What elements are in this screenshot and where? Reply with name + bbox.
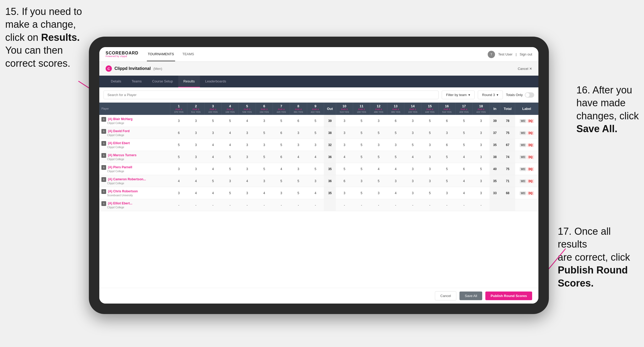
hole-12-score[interactable]: 5 [370, 151, 387, 163]
tab-course-setup[interactable]: Course Setup [147, 76, 178, 87]
hole-12-score[interactable]: 5 [370, 127, 387, 139]
hole-8-score[interactable]: 5 [290, 175, 307, 187]
hole-6-score[interactable]: 5 [256, 127, 273, 139]
hole-3-score[interactable]: 4 [204, 151, 221, 163]
hole-14-score[interactable]: 3 [404, 187, 421, 199]
hole-5-score[interactable]: 3 [239, 139, 256, 151]
hole-2-score[interactable]: 4 [187, 175, 204, 187]
hole-18-score[interactable]: 3 [473, 175, 490, 187]
hole-15-score[interactable]: 3 [421, 175, 438, 187]
hole-2-score[interactable]: - [187, 199, 204, 211]
hole-1-score[interactable]: 4 [170, 175, 187, 187]
totals-only-toggle[interactable]: Totals Only [506, 92, 534, 98]
hole-1-score[interactable]: 5 [170, 151, 187, 163]
hole-12-score[interactable]: 3 [370, 115, 387, 127]
hole-5-score[interactable]: 3 [239, 151, 256, 163]
nav-link-teams[interactable]: TEAMS [181, 47, 195, 61]
hole-11-score[interactable]: 3 [353, 175, 370, 187]
hole-5-score[interactable]: 3 [239, 127, 256, 139]
hole-5-score[interactable]: - [239, 199, 256, 211]
hole-13-score[interactable]: 4 [387, 163, 404, 175]
hole-3-score[interactable]: 4 [204, 187, 221, 199]
hole-14-score[interactable]: 3 [404, 115, 421, 127]
hole-14-score[interactable]: - [404, 199, 421, 211]
hole-13-score[interactable]: 6 [387, 115, 404, 127]
hole-16-score[interactable]: 6 [438, 115, 455, 127]
hole-7-score[interactable]: 5 [273, 175, 290, 187]
hole-11-score[interactable]: 5 [353, 127, 370, 139]
hole-16-score[interactable]: 6 [438, 139, 455, 151]
hole-14-score[interactable]: 5 [404, 139, 421, 151]
hole-1-score[interactable]: - [170, 199, 187, 211]
hole-6-score[interactable]: 3 [256, 139, 273, 151]
hole-13-score[interactable]: 5 [387, 151, 404, 163]
hole-7-score[interactable]: 6 [273, 127, 290, 139]
hole-3-score[interactable]: 5 [204, 175, 221, 187]
tab-leaderboards[interactable]: Leaderboards [200, 76, 231, 87]
hole-8-score[interactable]: 5 [290, 187, 307, 199]
hole-14-score[interactable]: 3 [404, 163, 421, 175]
hole-4-score[interactable]: 4 [221, 139, 238, 151]
hole-1-score[interactable]: 3 [170, 163, 187, 175]
tab-details[interactable]: Details [106, 76, 126, 87]
hole-13-score[interactable]: 3 [387, 139, 404, 151]
sign-out-link[interactable]: Sign out [520, 52, 532, 56]
hole-10-score[interactable]: 5 [336, 163, 353, 175]
wd-label[interactable]: WD [520, 179, 527, 183]
hole-1-score[interactable]: 6 [170, 127, 187, 139]
hole-9-score[interactable]: 5 [307, 127, 324, 139]
hole-15-score[interactable]: 5 [421, 187, 438, 199]
tab-results[interactable]: Results [178, 76, 200, 87]
hole-8-score[interactable]: 3 [290, 127, 307, 139]
hole-5-score[interactable]: 3 [239, 187, 256, 199]
hole-3-score[interactable]: - [204, 199, 221, 211]
wd-label[interactable]: WD [520, 155, 527, 159]
hole-14-score[interactable]: 3 [404, 127, 421, 139]
hole-8-score[interactable]: 6 [290, 115, 307, 127]
dq-label[interactable]: DQ [527, 131, 534, 135]
hole-9-score[interactable]: 5 [307, 115, 324, 127]
hole-11-score[interactable]: 5 [353, 139, 370, 151]
filter-by-team-button[interactable]: Filter by team ▾ [442, 91, 475, 99]
hole-13-score[interactable]: - [387, 199, 404, 211]
hole-15-score[interactable]: 5 [421, 127, 438, 139]
hole-17-score[interactable]: - [455, 199, 472, 211]
hole-6-score[interactable]: 3 [256, 175, 273, 187]
hole-17-score[interactable]: 6 [455, 163, 472, 175]
hole-18-score[interactable]: 3 [473, 151, 490, 163]
hole-3-score[interactable]: 4 [204, 139, 221, 151]
hole-12-score[interactable]: 5 [370, 175, 387, 187]
hole-15-score[interactable]: - [421, 199, 438, 211]
hole-16-score[interactable]: - [438, 199, 455, 211]
hole-3-score[interactable]: 5 [204, 115, 221, 127]
hole-14-score[interactable]: 3 [404, 175, 421, 187]
hole-7-score[interactable]: 6 [273, 151, 290, 163]
hole-12-score[interactable]: 3 [370, 187, 387, 199]
hole-10-score[interactable]: 3 [336, 115, 353, 127]
hole-2-score[interactable]: 3 [187, 115, 204, 127]
hole-13-score[interactable]: 5 [387, 127, 404, 139]
dq-label[interactable]: DQ [527, 143, 534, 147]
hole-10-score[interactable]: 3 [336, 187, 353, 199]
hole-8-score[interactable]: 3 [290, 163, 307, 175]
hole-9-score[interactable]: 4 [307, 187, 324, 199]
hole-16-score[interactable]: 5 [438, 175, 455, 187]
hole-10-score[interactable]: 3 [336, 127, 353, 139]
hole-18-score[interactable]: 3 [473, 187, 490, 199]
hole-2-score[interactable]: 3 [187, 151, 204, 163]
hole-9-score[interactable]: 4 [307, 151, 324, 163]
tab-teams[interactable]: Teams [126, 76, 147, 87]
hole-1-score[interactable]: 3 [170, 115, 187, 127]
hole-2-score[interactable]: 4 [187, 187, 204, 199]
hole-9-score[interactable]: 5 [307, 163, 324, 175]
hole-13-score[interactable]: 3 [387, 175, 404, 187]
hole-6-score[interactable]: - [256, 199, 273, 211]
hole-4-score[interactable]: 5 [221, 115, 238, 127]
hole-1-score[interactable]: 5 [170, 139, 187, 151]
dq-label[interactable]: DQ [527, 191, 534, 195]
publish-round-scores-button[interactable]: Publish Round Scores [485, 292, 532, 300]
hole-4-score[interactable]: 5 [221, 151, 238, 163]
hole-5-score[interactable]: 3 [239, 163, 256, 175]
hole-17-score[interactable]: 5 [455, 127, 472, 139]
dq-label[interactable]: DQ [527, 119, 534, 123]
